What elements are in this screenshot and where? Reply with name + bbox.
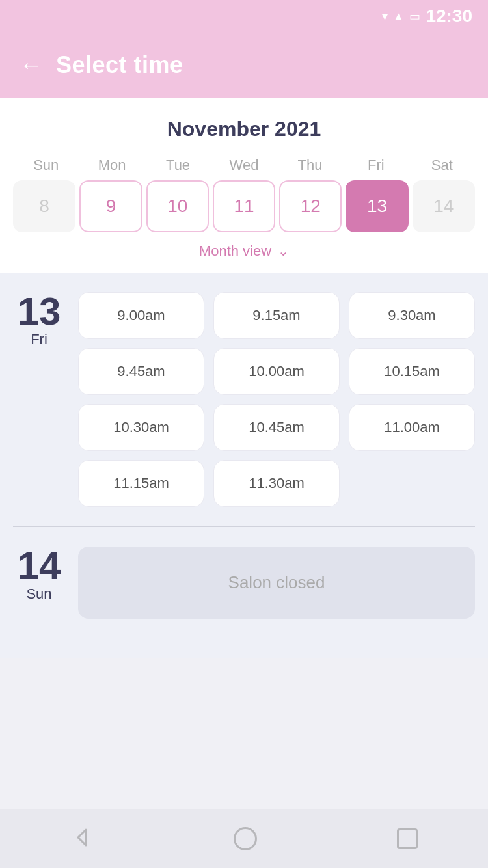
- day-11[interactable]: 11: [213, 180, 275, 232]
- time-section: 13 Fri 9.00am 9.15am 9.30am 9.45am 10.00…: [0, 273, 488, 658]
- time-slot-1015am[interactable]: 10.15am: [349, 348, 475, 395]
- day-section-14: 14 Sun Salon closed: [13, 547, 475, 619]
- time-slot-1030am[interactable]: 10.30am: [78, 404, 204, 451]
- time-slot-1045am[interactable]: 10.45am: [213, 404, 340, 451]
- weekday-sun: Sun: [13, 157, 79, 174]
- time-slots-grid-13: 9.00am 9.15am 9.30am 9.45am 10.00am 10.1…: [78, 292, 475, 507]
- time-slot-1130am[interactable]: 11.30am: [213, 460, 340, 507]
- day-13-number: 13: [18, 292, 61, 331]
- day-13[interactable]: 13: [346, 180, 408, 232]
- salon-closed-label: Salon closed: [78, 547, 475, 619]
- signal-icon: ▲: [393, 10, 405, 23]
- nav-home-icon: [234, 827, 257, 850]
- day-14-name: Sun: [26, 586, 51, 603]
- bottom-nav: [0, 809, 488, 868]
- day-10[interactable]: 10: [146, 180, 209, 232]
- day-9[interactable]: 9: [79, 180, 142, 232]
- nav-recents-button[interactable]: [397, 828, 418, 849]
- time-slot-945am[interactable]: 9.45am: [78, 348, 204, 395]
- month-view-toggle[interactable]: Month view ⌄: [13, 243, 475, 260]
- nav-home-button[interactable]: [234, 827, 257, 850]
- header: ← Select time: [0, 33, 488, 98]
- nav-back-icon: [70, 826, 94, 849]
- day-14-number: 14: [18, 547, 61, 586]
- page-title: Select time: [56, 51, 183, 79]
- weekday-sat: Sat: [409, 157, 475, 174]
- time-slot-1115am[interactable]: 11.15am: [78, 460, 204, 507]
- time-slot-1000am[interactable]: 10.00am: [213, 348, 340, 395]
- weekday-wed: Wed: [211, 157, 277, 174]
- weekday-row: Sun Mon Tue Wed Thu Fri Sat: [13, 157, 475, 174]
- weekday-thu: Thu: [277, 157, 343, 174]
- calendar-section: November 2021 Sun Mon Tue Wed Thu Fri Sa…: [0, 98, 488, 273]
- section-divider: [13, 526, 475, 527]
- day-14-block: 14 Sun: [13, 547, 65, 603]
- time-slot-900am[interactable]: 9.00am: [78, 292, 204, 339]
- day-14-closed-row: 14 Sun Salon closed: [13, 547, 475, 619]
- svg-marker-0: [78, 830, 86, 845]
- day-8[interactable]: 8: [13, 180, 75, 232]
- weekday-fri: Fri: [343, 157, 409, 174]
- nav-back-button[interactable]: [70, 826, 94, 852]
- chevron-down-icon: ⌄: [278, 243, 289, 259]
- month-view-label: Month view: [199, 243, 271, 260]
- weekday-mon: Mon: [79, 157, 144, 174]
- status-time: 12:30: [426, 6, 472, 27]
- month-title: November 2021: [13, 117, 475, 141]
- day-section-13: 13 Fri 9.00am 9.15am 9.30am 9.45am 10.00…: [13, 292, 475, 507]
- status-bar: ▾ ▲ ▭ 12:30: [0, 0, 488, 33]
- time-slot-915am[interactable]: 9.15am: [213, 292, 340, 339]
- wifi-icon: ▾: [382, 9, 388, 23]
- day-13-name: Fri: [31, 331, 47, 348]
- day-12[interactable]: 12: [279, 180, 342, 232]
- battery-icon: ▭: [409, 9, 420, 23]
- nav-square-icon: [397, 828, 418, 849]
- days-row: 8 9 10 11 12 13 14: [13, 180, 475, 232]
- status-icons: ▾ ▲ ▭ 12:30: [382, 6, 472, 27]
- day-13-block: 13 Fri: [13, 292, 65, 348]
- weekday-tue: Tue: [145, 157, 211, 174]
- day-14[interactable]: 14: [413, 180, 475, 232]
- time-slot-1100am[interactable]: 11.00am: [349, 404, 475, 451]
- back-button[interactable]: ←: [20, 53, 43, 77]
- time-slot-930am[interactable]: 9.30am: [349, 292, 475, 339]
